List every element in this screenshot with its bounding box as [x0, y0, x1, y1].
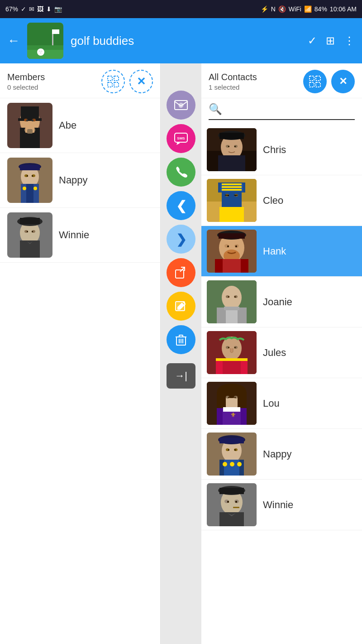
- email-notif-icon: ✉: [29, 5, 34, 13]
- svg-point-5: [37, 48, 44, 56]
- export-button[interactable]: →|: [167, 363, 195, 389]
- svg-rect-63: [316, 82, 320, 87]
- contact-avatar-chris: [207, 128, 257, 171]
- svg-rect-102: [235, 245, 237, 247]
- svg-rect-163: [233, 507, 239, 508]
- grid-view-button[interactable]: ⊞: [326, 34, 335, 47]
- volume-icon: 🔇: [278, 5, 286, 13]
- members-deselect-all-button[interactable]: ✕: [129, 70, 153, 93]
- contacts-list: Chris: [201, 125, 362, 644]
- action-panel: @ SMS ❮ ❯: [161, 63, 201, 644]
- search-input[interactable]: [227, 105, 355, 114]
- contact-avatar-jules: [207, 331, 257, 374]
- move-left-button[interactable]: ❮: [167, 191, 195, 220]
- sms-button[interactable]: SMS: [167, 124, 195, 153]
- svg-rect-83: [222, 183, 242, 185]
- svg-rect-20: [26, 120, 28, 121]
- svg-rect-4: [52, 29, 59, 34]
- members-title: Members: [7, 72, 97, 82]
- contact-item-lou[interactable]: ⚜ Lou: [201, 378, 362, 429]
- edit-button[interactable]: [167, 292, 195, 321]
- contact-item-chris[interactable]: Chris: [201, 125, 362, 175]
- back-button[interactable]: ←: [7, 34, 20, 48]
- svg-rect-86: [219, 207, 244, 222]
- svg-rect-115: [234, 296, 236, 298]
- member-item-abe[interactable]: Abe: [0, 98, 160, 153]
- call-button[interactable]: [167, 158, 195, 187]
- status-bar-left: 67% ✓ ✉ 🖼 ⬇ 📷: [5, 5, 62, 13]
- svg-rect-21: [32, 120, 33, 121]
- share-button[interactable]: [167, 258, 195, 287]
- contact-name-winnie-2: Winnie: [263, 499, 293, 511]
- contact-avatar-joanie: [207, 280, 257, 323]
- svg-rect-162: [235, 501, 237, 503]
- member-avatar-nappy: [7, 158, 52, 203]
- status-bar: 67% ✓ ✉ 🖼 ⬇ 📷 ⚡ N 🔇 WiFi 📶 84% 10:06 AM: [0, 0, 362, 18]
- svg-rect-69: [219, 133, 244, 139]
- svg-rect-155: [219, 512, 244, 526]
- contact-item-cleo[interactable]: Cleo: [201, 175, 362, 226]
- time: 10:06 AM: [330, 5, 357, 13]
- check-icon: ✓: [21, 5, 26, 13]
- contact-item-nappy[interactable]: Nappy: [201, 429, 362, 480]
- contact-name-hank: Hank: [263, 245, 286, 257]
- member-avatar-winnie: [7, 212, 52, 258]
- contact-name-joanie: Joanie: [263, 296, 292, 308]
- group-avatar: [27, 23, 63, 59]
- contacts-panel-header: All Contacts 1 selected ✕: [201, 63, 362, 98]
- more-options-button[interactable]: ⋮: [344, 34, 355, 47]
- svg-rect-12: [114, 82, 119, 87]
- members-list: Abe: [0, 98, 160, 644]
- members-header-text: Members 0 selected: [7, 72, 97, 91]
- svg-rect-74: [234, 146, 236, 147]
- svg-rect-151: [228, 449, 229, 451]
- svg-rect-56: [179, 335, 183, 337]
- svg-rect-139: [234, 397, 236, 398]
- search-icon: 🔍: [209, 103, 222, 115]
- svg-rect-11: [108, 82, 112, 87]
- member-avatar-abe: [7, 103, 52, 148]
- svg-point-148: [237, 462, 242, 466]
- contact-item-winnie[interactable]: Winnie: [201, 480, 362, 530]
- battery-icon: 84%: [314, 5, 327, 13]
- svg-point-146: [223, 462, 227, 466]
- image-icon: 🖼: [37, 5, 43, 13]
- contacts-deselect-all-button[interactable]: ✕: [331, 70, 355, 93]
- delete-button[interactable]: [167, 325, 195, 354]
- svg-point-8: [40, 53, 42, 54]
- svg-rect-161: [227, 501, 229, 503]
- members-panel: Members 0 selected ✕: [0, 63, 161, 644]
- svg-text:SMS: SMS: [177, 136, 185, 140]
- svg-rect-2: [27, 50, 63, 59]
- svg-rect-98: [219, 233, 245, 239]
- members-select-all-button[interactable]: [101, 70, 125, 93]
- contact-item-joanie[interactable]: Joanie: [201, 277, 362, 327]
- contact-item-hank[interactable]: Hank: [201, 226, 362, 277]
- svg-rect-111: [224, 307, 239, 310]
- contact-name-nappy-2: Nappy: [263, 448, 292, 460]
- svg-rect-145: [219, 438, 244, 443]
- svg-rect-40: [20, 240, 40, 258]
- svg-rect-152: [234, 449, 236, 451]
- svg-rect-96: [223, 259, 241, 273]
- member-name-nappy: Nappy: [59, 174, 88, 186]
- svg-rect-9: [108, 76, 112, 81]
- svg-rect-73: [228, 146, 229, 147]
- check-action-button[interactable]: ✓: [308, 34, 317, 47]
- contacts-select-all-button[interactable]: [303, 70, 327, 93]
- contacts-panel: All Contacts 1 selected ✕ 🔍: [201, 63, 362, 644]
- member-item-nappy[interactable]: Nappy: [0, 153, 160, 208]
- contact-item-jules[interactable]: Jules: [201, 327, 362, 378]
- app-header: ← golf buddies ✓ ⊞ ⋮: [0, 18, 362, 63]
- email-button[interactable]: @: [167, 91, 195, 120]
- search-bar: 🔍: [209, 103, 355, 120]
- member-name-abe: Abe: [59, 120, 76, 131]
- svg-point-6: [39, 51, 41, 52]
- svg-point-147: [230, 462, 234, 466]
- svg-rect-47: [32, 231, 33, 232]
- nfc-icon: N: [271, 5, 276, 13]
- contact-avatar-cleo: [207, 179, 257, 222]
- wifi-icon: WiFi: [289, 5, 301, 13]
- move-right-button[interactable]: ❯: [167, 225, 195, 254]
- member-item-winnie[interactable]: Winnie: [0, 208, 160, 263]
